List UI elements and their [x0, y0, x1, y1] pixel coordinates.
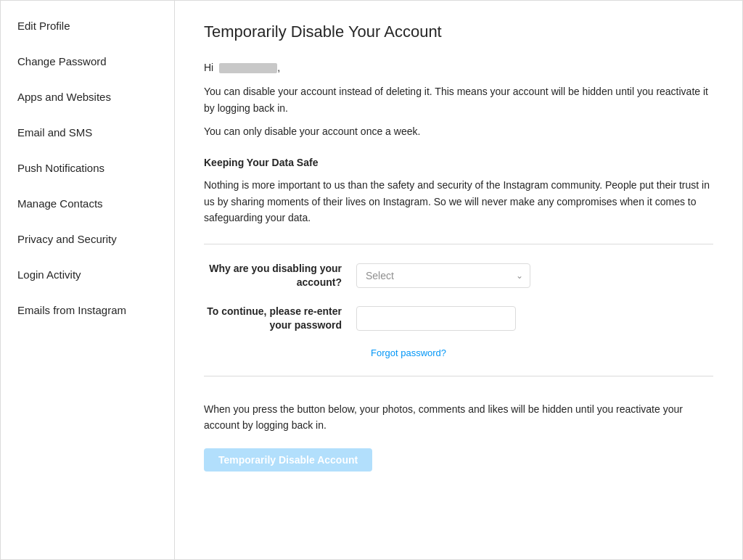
- description-2: You can only disable your account once a…: [204, 123, 713, 139]
- select-wrapper: Select ⌄: [356, 263, 530, 288]
- main-content: Temporarily Disable Your Account Hi , Yo…: [175, 1, 742, 559]
- sidebar-item-email-sms[interactable]: Email and SMS: [1, 115, 174, 150]
- sidebar-item-login-activity[interactable]: Login Activity: [1, 257, 174, 292]
- sidebar: Edit Profile Change Password Apps and We…: [1, 1, 175, 559]
- password-label: To continue, please re-enter your passwo…: [204, 305, 356, 333]
- description-1: You can disable your account instead of …: [204, 83, 713, 116]
- sidebar-item-apps-websites[interactable]: Apps and Websites: [1, 79, 174, 115]
- bottom-section: When you press the button below, your ph…: [204, 394, 713, 472]
- bottom-description: When you press the button below, your ph…: [204, 401, 713, 434]
- select-container: Select ⌄: [356, 263, 545, 288]
- reason-select[interactable]: Select: [356, 263, 530, 288]
- page-title: Temporarily Disable Your Account: [204, 22, 713, 41]
- sidebar-item-change-password[interactable]: Change Password: [1, 44, 174, 79]
- form-section: Why are you disabling your account? Sele…: [204, 244, 713, 376]
- password-input[interactable]: [356, 306, 516, 331]
- forgot-password-row: Forgot password?: [204, 347, 713, 358]
- sidebar-item-push-notifications[interactable]: Push Notifications: [1, 150, 174, 186]
- password-container: [356, 306, 545, 331]
- greeting: Hi ,: [204, 62, 713, 73]
- sidebar-item-emails-instagram[interactable]: Emails from Instagram: [1, 292, 174, 328]
- sidebar-item-privacy-security[interactable]: Privacy and Security: [1, 221, 174, 257]
- forgot-password-link[interactable]: Forgot password?: [371, 347, 713, 358]
- keeping-safe-text: Nothing is more important to us than the…: [204, 177, 713, 226]
- temporarily-disable-button[interactable]: Temporarily Disable Account: [204, 448, 372, 472]
- sidebar-item-manage-contacts[interactable]: Manage Contacts: [1, 186, 174, 221]
- password-row: To continue, please re-enter your passwo…: [204, 305, 713, 333]
- username-blurred: [219, 63, 277, 73]
- keeping-safe-title: Keeping Your Data Safe: [204, 157, 713, 168]
- sidebar-item-edit-profile[interactable]: Edit Profile: [1, 8, 174, 44]
- why-label: Why are you disabling your account?: [204, 262, 356, 290]
- why-disabling-row: Why are you disabling your account? Sele…: [204, 262, 713, 290]
